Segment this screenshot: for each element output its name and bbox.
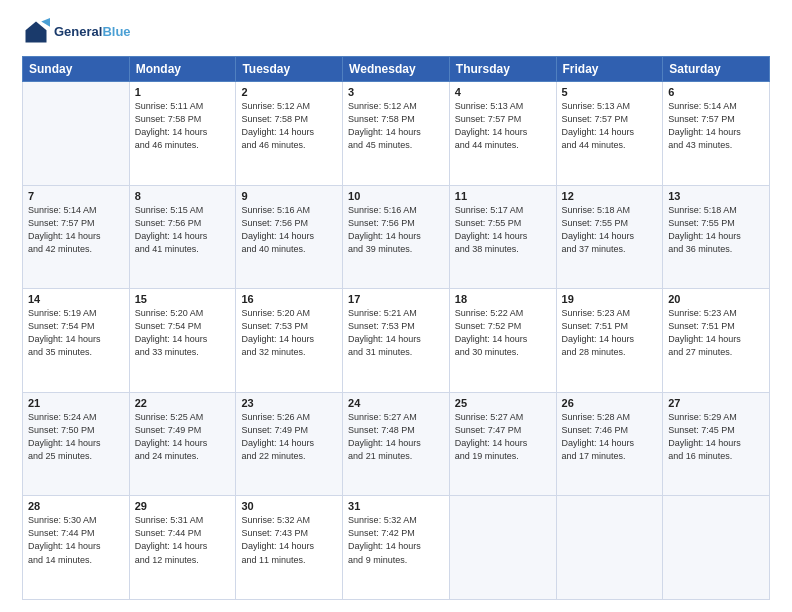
calendar-cell: 21Sunrise: 5:24 AM Sunset: 7:50 PM Dayli…	[23, 392, 130, 496]
day-info: Sunrise: 5:22 AM Sunset: 7:52 PM Dayligh…	[455, 307, 551, 359]
calendar-cell: 7Sunrise: 5:14 AM Sunset: 7:57 PM Daylig…	[23, 185, 130, 289]
day-info: Sunrise: 5:20 AM Sunset: 7:54 PM Dayligh…	[135, 307, 231, 359]
day-info: Sunrise: 5:23 AM Sunset: 7:51 PM Dayligh…	[668, 307, 764, 359]
day-info: Sunrise: 5:20 AM Sunset: 7:53 PM Dayligh…	[241, 307, 337, 359]
calendar-cell	[449, 496, 556, 600]
calendar-cell: 1Sunrise: 5:11 AM Sunset: 7:58 PM Daylig…	[129, 82, 236, 186]
day-info: Sunrise: 5:27 AM Sunset: 7:48 PM Dayligh…	[348, 411, 444, 463]
day-number: 24	[348, 397, 444, 409]
calendar-cell: 14Sunrise: 5:19 AM Sunset: 7:54 PM Dayli…	[23, 289, 130, 393]
calendar-cell: 3Sunrise: 5:12 AM Sunset: 7:58 PM Daylig…	[343, 82, 450, 186]
calendar-week-1: 1Sunrise: 5:11 AM Sunset: 7:58 PM Daylig…	[23, 82, 770, 186]
day-number: 3	[348, 86, 444, 98]
calendar-cell: 16Sunrise: 5:20 AM Sunset: 7:53 PM Dayli…	[236, 289, 343, 393]
calendar-header-friday: Friday	[556, 57, 663, 82]
day-info: Sunrise: 5:17 AM Sunset: 7:55 PM Dayligh…	[455, 204, 551, 256]
calendar-week-4: 21Sunrise: 5:24 AM Sunset: 7:50 PM Dayli…	[23, 392, 770, 496]
calendar-cell: 15Sunrise: 5:20 AM Sunset: 7:54 PM Dayli…	[129, 289, 236, 393]
day-info: Sunrise: 5:13 AM Sunset: 7:57 PM Dayligh…	[562, 100, 658, 152]
day-info: Sunrise: 5:30 AM Sunset: 7:44 PM Dayligh…	[28, 514, 124, 566]
day-number: 28	[28, 500, 124, 512]
calendar-table: SundayMondayTuesdayWednesdayThursdayFrid…	[22, 56, 770, 600]
calendar-header-row: SundayMondayTuesdayWednesdayThursdayFrid…	[23, 57, 770, 82]
calendar-cell: 23Sunrise: 5:26 AM Sunset: 7:49 PM Dayli…	[236, 392, 343, 496]
calendar-week-2: 7Sunrise: 5:14 AM Sunset: 7:57 PM Daylig…	[23, 185, 770, 289]
calendar-cell: 29Sunrise: 5:31 AM Sunset: 7:44 PM Dayli…	[129, 496, 236, 600]
calendar-cell: 28Sunrise: 5:30 AM Sunset: 7:44 PM Dayli…	[23, 496, 130, 600]
calendar-cell: 12Sunrise: 5:18 AM Sunset: 7:55 PM Dayli…	[556, 185, 663, 289]
day-info: Sunrise: 5:31 AM Sunset: 7:44 PM Dayligh…	[135, 514, 231, 566]
calendar-cell: 22Sunrise: 5:25 AM Sunset: 7:49 PM Dayli…	[129, 392, 236, 496]
day-number: 4	[455, 86, 551, 98]
day-number: 19	[562, 293, 658, 305]
day-number: 21	[28, 397, 124, 409]
day-number: 11	[455, 190, 551, 202]
calendar-cell: 24Sunrise: 5:27 AM Sunset: 7:48 PM Dayli…	[343, 392, 450, 496]
day-info: Sunrise: 5:14 AM Sunset: 7:57 PM Dayligh…	[28, 204, 124, 256]
calendar-cell: 9Sunrise: 5:16 AM Sunset: 7:56 PM Daylig…	[236, 185, 343, 289]
calendar-header-saturday: Saturday	[663, 57, 770, 82]
calendar-cell	[663, 496, 770, 600]
calendar-cell: 6Sunrise: 5:14 AM Sunset: 7:57 PM Daylig…	[663, 82, 770, 186]
day-info: Sunrise: 5:12 AM Sunset: 7:58 PM Dayligh…	[348, 100, 444, 152]
day-number: 2	[241, 86, 337, 98]
day-info: Sunrise: 5:28 AM Sunset: 7:46 PM Dayligh…	[562, 411, 658, 463]
day-info: Sunrise: 5:14 AM Sunset: 7:57 PM Dayligh…	[668, 100, 764, 152]
day-number: 6	[668, 86, 764, 98]
calendar-week-3: 14Sunrise: 5:19 AM Sunset: 7:54 PM Dayli…	[23, 289, 770, 393]
calendar-cell	[556, 496, 663, 600]
day-number: 27	[668, 397, 764, 409]
day-number: 15	[135, 293, 231, 305]
calendar-cell: 19Sunrise: 5:23 AM Sunset: 7:51 PM Dayli…	[556, 289, 663, 393]
day-info: Sunrise: 5:18 AM Sunset: 7:55 PM Dayligh…	[562, 204, 658, 256]
calendar-header-sunday: Sunday	[23, 57, 130, 82]
logo: GeneralBlue	[22, 18, 131, 46]
svg-marker-1	[26, 22, 47, 43]
day-info: Sunrise: 5:21 AM Sunset: 7:53 PM Dayligh…	[348, 307, 444, 359]
day-info: Sunrise: 5:26 AM Sunset: 7:49 PM Dayligh…	[241, 411, 337, 463]
day-number: 10	[348, 190, 444, 202]
day-info: Sunrise: 5:32 AM Sunset: 7:43 PM Dayligh…	[241, 514, 337, 566]
day-number: 30	[241, 500, 337, 512]
day-number: 16	[241, 293, 337, 305]
day-info: Sunrise: 5:27 AM Sunset: 7:47 PM Dayligh…	[455, 411, 551, 463]
day-number: 17	[348, 293, 444, 305]
day-info: Sunrise: 5:12 AM Sunset: 7:58 PM Dayligh…	[241, 100, 337, 152]
calendar-cell: 27Sunrise: 5:29 AM Sunset: 7:45 PM Dayli…	[663, 392, 770, 496]
day-number: 8	[135, 190, 231, 202]
header: GeneralBlue	[22, 18, 770, 46]
logo-icon	[22, 18, 50, 46]
day-info: Sunrise: 5:29 AM Sunset: 7:45 PM Dayligh…	[668, 411, 764, 463]
day-number: 1	[135, 86, 231, 98]
calendar-cell: 17Sunrise: 5:21 AM Sunset: 7:53 PM Dayli…	[343, 289, 450, 393]
day-info: Sunrise: 5:19 AM Sunset: 7:54 PM Dayligh…	[28, 307, 124, 359]
calendar-header-monday: Monday	[129, 57, 236, 82]
calendar-cell: 25Sunrise: 5:27 AM Sunset: 7:47 PM Dayli…	[449, 392, 556, 496]
day-info: Sunrise: 5:11 AM Sunset: 7:58 PM Dayligh…	[135, 100, 231, 152]
day-number: 14	[28, 293, 124, 305]
calendar-week-5: 28Sunrise: 5:30 AM Sunset: 7:44 PM Dayli…	[23, 496, 770, 600]
calendar-header-thursday: Thursday	[449, 57, 556, 82]
day-number: 13	[668, 190, 764, 202]
page: GeneralBlue SundayMondayTuesdayWednesday…	[0, 0, 792, 612]
day-number: 26	[562, 397, 658, 409]
day-info: Sunrise: 5:16 AM Sunset: 7:56 PM Dayligh…	[348, 204, 444, 256]
calendar-cell: 20Sunrise: 5:23 AM Sunset: 7:51 PM Dayli…	[663, 289, 770, 393]
day-info: Sunrise: 5:13 AM Sunset: 7:57 PM Dayligh…	[455, 100, 551, 152]
calendar-header-tuesday: Tuesday	[236, 57, 343, 82]
calendar-cell: 18Sunrise: 5:22 AM Sunset: 7:52 PM Dayli…	[449, 289, 556, 393]
day-info: Sunrise: 5:23 AM Sunset: 7:51 PM Dayligh…	[562, 307, 658, 359]
day-number: 22	[135, 397, 231, 409]
logo-text: GeneralBlue	[54, 24, 131, 40]
day-info: Sunrise: 5:25 AM Sunset: 7:49 PM Dayligh…	[135, 411, 231, 463]
day-info: Sunrise: 5:32 AM Sunset: 7:42 PM Dayligh…	[348, 514, 444, 566]
calendar-cell: 26Sunrise: 5:28 AM Sunset: 7:46 PM Dayli…	[556, 392, 663, 496]
day-number: 25	[455, 397, 551, 409]
day-number: 5	[562, 86, 658, 98]
calendar-cell: 8Sunrise: 5:15 AM Sunset: 7:56 PM Daylig…	[129, 185, 236, 289]
day-number: 23	[241, 397, 337, 409]
day-info: Sunrise: 5:16 AM Sunset: 7:56 PM Dayligh…	[241, 204, 337, 256]
calendar-cell: 30Sunrise: 5:32 AM Sunset: 7:43 PM Dayli…	[236, 496, 343, 600]
svg-marker-2	[41, 18, 50, 27]
day-number: 31	[348, 500, 444, 512]
